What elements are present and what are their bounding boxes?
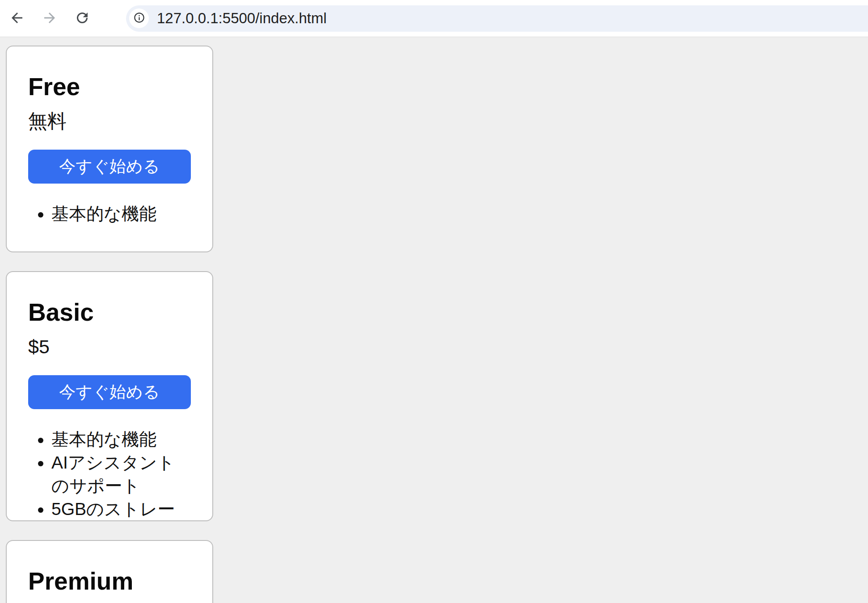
pricing-card: Basic $5 今すぐ始める 基本的な機能AIアシスタントのサポート5GBのス… <box>6 271 213 521</box>
address-bar[interactable]: 127.0.0.1:5500/index.html <box>126 5 868 32</box>
plan-title: Free <box>28 75 191 99</box>
back-arrow-icon <box>9 10 25 27</box>
forward-button[interactable] <box>42 10 58 26</box>
feature-item: 基本的な機能 <box>51 202 191 226</box>
pricing-card: Free 無料 今すぐ始める 基本的な機能 <box>6 46 213 252</box>
site-info-button[interactable] <box>129 8 149 28</box>
feature-item: AIアシスタントのサポート <box>51 451 191 498</box>
forward-arrow-icon <box>42 10 58 27</box>
plan-title: Premium <box>28 569 191 594</box>
plan-price: $5 <box>28 337 191 356</box>
pricing-page: Free 無料 今すぐ始める 基本的な機能 Basic $5 今すぐ始める 基本… <box>0 37 868 603</box>
url-text: 127.0.0.1:5500/index.html <box>157 10 327 27</box>
reload-button[interactable] <box>74 10 90 26</box>
cta-button[interactable]: 今すぐ始める <box>28 150 191 184</box>
feature-item: 5GBのストレージ <box>51 498 191 521</box>
info-icon <box>133 12 145 25</box>
pricing-card: Premium <box>6 540 213 603</box>
reload-icon <box>74 10 90 27</box>
feature-list: 基本的な機能AIアシスタントのサポート5GBのストレージ <box>28 428 191 521</box>
back-button[interactable] <box>9 10 25 26</box>
cta-button[interactable]: 今すぐ始める <box>28 375 191 409</box>
browser-toolbar: 127.0.0.1:5500/index.html <box>0 0 868 37</box>
plan-price: 無料 <box>28 112 191 131</box>
feature-item: 基本的な機能 <box>51 428 191 451</box>
plan-title: Basic <box>28 300 191 325</box>
pricing-card-list: Free 無料 今すぐ始める 基本的な機能 Basic $5 今すぐ始める 基本… <box>6 46 868 603</box>
feature-list: 基本的な機能 <box>28 202 191 226</box>
